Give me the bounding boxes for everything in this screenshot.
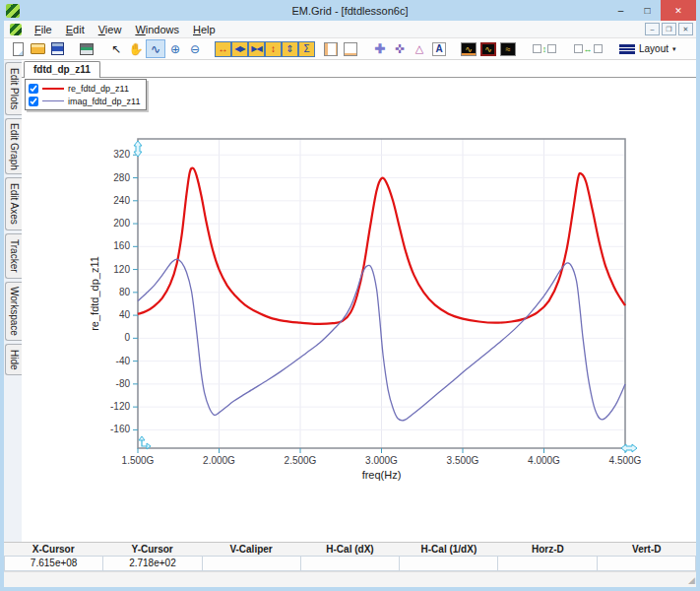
layout-bars-icon (619, 44, 635, 54)
x-tick-label: 1.500G (122, 455, 155, 466)
full-scale-y-icon[interactable]: ↕ (265, 41, 282, 57)
full-scale-x-icon[interactable]: ↔ (215, 41, 231, 57)
horizontal-spacing-icon[interactable]: ↔ (571, 39, 605, 58)
x-tick-label: 3.000G (365, 455, 398, 466)
chart-canvas[interactable]: 1.500G2.000G2.500G3.000G3.500G4.000G4.50… (22, 78, 696, 533)
legend-label-re: re_fdtd_dp_z11 (68, 84, 129, 94)
menubar: File Edit View Windows Help – ❐ ✕ (4, 21, 696, 38)
pointer-icon[interactable]: ↖ (106, 39, 126, 58)
caliper-icon[interactable]: △ (410, 39, 429, 58)
plot-overlay-icon[interactable]: ≈ (498, 39, 518, 58)
mdi-minimize-button[interactable]: – (645, 23, 660, 35)
sidebar-item-edit-axes[interactable]: Edit Axes (5, 177, 22, 230)
x-tick-label: 2.000G (203, 455, 235, 466)
y-tick-label: 40 (119, 309, 131, 320)
panel-shape (324, 42, 338, 56)
print-icon[interactable] (77, 39, 96, 58)
menu-windows[interactable]: Windows (128, 22, 186, 37)
menu-edit[interactable]: Edit (59, 22, 92, 37)
menu-file[interactable]: File (28, 22, 59, 37)
menu-help[interactable]: Help (186, 22, 223, 37)
shrink-y-icon[interactable]: Σ (298, 41, 315, 57)
y-tick-label: -40 (116, 356, 131, 366)
legend-line-imag (42, 100, 64, 101)
tracker-icon[interactable]: ✜ (390, 39, 410, 58)
sidebar-item-hide[interactable]: Hide (5, 344, 22, 375)
expand-x-icon[interactable]: ◀▶ (231, 41, 248, 57)
sidebar-item-workspace[interactable]: Workspace (5, 282, 22, 341)
plot-frame-icon[interactable]: ∿ (478, 39, 498, 58)
vert-d-value (598, 556, 696, 571)
printer-shape (80, 43, 94, 55)
close-button[interactable]: ✕ (661, 0, 696, 21)
x-cursor-value: 7.615e+08 (4, 556, 103, 571)
box-shape (594, 44, 603, 53)
box-shape (533, 44, 541, 53)
text-label-icon[interactable]: A (429, 39, 449, 58)
legend-checkbox-re[interactable] (29, 84, 38, 94)
pan-hand-icon[interactable]: ✋ (126, 39, 146, 58)
legend-checkbox-imag[interactable] (29, 97, 38, 106)
pan-handle-y[interactable] (134, 141, 142, 157)
plot-thumb-shape: ∿ (461, 42, 477, 56)
crosshair-icon[interactable]: ✚ (370, 39, 390, 58)
x-tick-label: 4.500G (609, 455, 642, 466)
mdi-restore-button[interactable]: ❐ (662, 23, 676, 35)
sidebar-item-tracker[interactable]: Tracker (5, 233, 22, 279)
h-cal-1dx-value (400, 556, 498, 571)
left-axis-panel-icon[interactable] (321, 39, 341, 58)
y-tick-label: -160 (110, 424, 130, 434)
y-tick-label: -80 (116, 378, 131, 389)
sidebar-item-edit-graph[interactable]: Edit Graph (5, 118, 22, 174)
tab-fdtd-dp-z11[interactable]: fdtd_dp_z11 (24, 61, 100, 78)
col-vert-d: Vert-D (598, 543, 696, 556)
plot-export-icon[interactable]: ∿ (459, 39, 478, 58)
y-tick-label: 200 (113, 218, 130, 229)
save-icon[interactable] (47, 39, 67, 58)
y-tick-label: 240 (113, 195, 130, 206)
minimize-button[interactable]: – (607, 0, 634, 21)
col-x-cursor: X-Cursor (4, 543, 102, 556)
bottom-axis-panel-icon[interactable] (341, 39, 360, 58)
menu-view[interactable]: View (92, 22, 129, 37)
shrink-x-icon[interactable]: ▶◀ (248, 41, 265, 57)
pan-handle-corner[interactable] (139, 436, 151, 449)
legend-row-re: re_fdtd_dp_z11 (29, 82, 140, 95)
legend-line-re (42, 88, 64, 90)
h-cal-dx-value (301, 556, 400, 571)
col-horz-d: Horz-D (498, 543, 597, 556)
app-window: EM.Grid - [fdtdlesson6c] – □ ✕ File Edit… (0, 0, 700, 591)
y-tick-label: 160 (113, 240, 130, 251)
x-tick-label: 2.500G (285, 455, 317, 466)
open-folder-icon[interactable] (28, 39, 47, 58)
letter-a-shape: A (432, 42, 446, 56)
y-tick-label: -120 (110, 401, 130, 412)
statusbar: ◢ (4, 571, 696, 587)
x-tick-label: 4.000G (528, 455, 560, 466)
zoom-in-icon[interactable]: ⊕ (165, 39, 185, 58)
expand-y-icon[interactable]: ⇕ (282, 41, 298, 57)
maximize-button[interactable]: □ (634, 0, 661, 21)
cursor-value-row: 7.615e+08 2.718e+02 (4, 556, 696, 571)
y-tick-label: 0 (124, 332, 130, 343)
vertical-spacing-icon[interactable]: ↕ (528, 39, 561, 58)
layout-dropdown-button[interactable]: Layout ▾ (614, 42, 681, 55)
y-axis-label: re_fdtd_dp_z11 (89, 256, 100, 331)
col-h-cal-dx: H-Cal (dX) (300, 543, 399, 556)
new-file-icon[interactable] (8, 39, 28, 58)
pan-handle-x[interactable] (621, 444, 637, 452)
box-shape (547, 44, 556, 53)
folder-shape (31, 43, 45, 54)
plot-mode-icon[interactable]: ∿ (146, 39, 165, 58)
mdi-close-button[interactable]: ✕ (678, 23, 693, 35)
v-caliper-value (203, 556, 301, 571)
x-tick-label: 3.500G (447, 455, 479, 466)
sidebar-item-edit-plots[interactable]: Edit Plots (5, 62, 22, 115)
floppy-shape (51, 42, 64, 55)
zoom-out-icon[interactable]: ⊖ (185, 39, 205, 58)
window-title: EM.Grid - [fdtdlesson6c] (4, 5, 696, 17)
box-shape (574, 44, 583, 53)
layout-label: Layout (639, 43, 668, 54)
resize-grip[interactable]: ◢ (688, 575, 695, 585)
y-tick-label: 280 (113, 172, 130, 183)
